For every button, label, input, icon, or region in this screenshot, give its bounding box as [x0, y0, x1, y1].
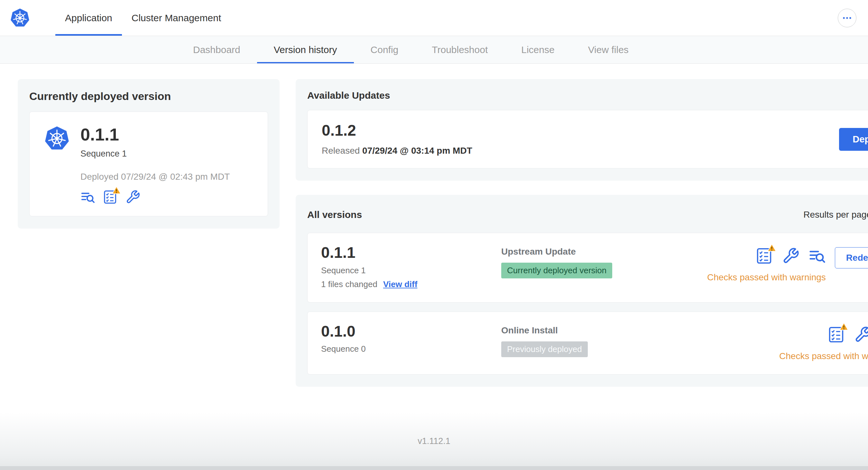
deploy-logs-icon[interactable]: [808, 247, 826, 265]
top-nav: Application Cluster Management: [55, 0, 231, 36]
released-date: 07/29/24 @ 03:14 pm MDT: [362, 146, 472, 156]
kubernetes-logo: [10, 0, 30, 36]
row-sequence: Sequence 0: [321, 344, 501, 354]
row-version-number: 0.1.0: [321, 324, 501, 339]
current-version-actions: [81, 190, 253, 204]
tab-version-history[interactable]: Version history: [257, 36, 354, 63]
tab-config[interactable]: Config: [354, 36, 415, 63]
checks-status-text: Checks passed with warnings: [779, 351, 868, 361]
nav-application[interactable]: Application: [55, 0, 122, 36]
deploy-logs-icon[interactable]: [81, 190, 95, 204]
config-wrench-icon[interactable]: [782, 247, 800, 265]
version-row: 0.1.0 Sequence 0 Online Install Previous…: [307, 311, 868, 374]
files-changed-label: 1 files changed: [321, 279, 377, 289]
row-sequence: Sequence 1: [321, 266, 501, 275]
current-version-sequence: Sequence 1: [81, 149, 127, 159]
page-footer: v1.112.1: [0, 412, 868, 470]
warning-triangle-icon: [767, 243, 776, 253]
currently-deployed-title: Currently deployed version: [29, 90, 268, 103]
kubernetes-app-icon: [44, 125, 70, 153]
tab-troubleshoot[interactable]: Troubleshoot: [415, 36, 504, 63]
tab-dashboard[interactable]: Dashboard: [176, 36, 257, 63]
update-released-date: Released 07/29/24 @ 03:14 pm MDT: [322, 146, 472, 156]
row-version-number: 0.1.1: [321, 245, 501, 261]
all-versions-card: All versions Results per page: 20 0.1.1 …: [296, 195, 868, 387]
results-per-page: Results per page: 20: [803, 206, 868, 224]
preflight-checks-warning-icon[interactable]: [828, 326, 845, 343]
currently-deployed-card: Currently deployed version 0.1.1 Sequenc…: [18, 79, 280, 229]
deploy-button[interactable]: Deploy: [839, 128, 868, 151]
warning-triangle-icon: [112, 186, 121, 195]
status-badge: Previously deployed: [501, 341, 588, 357]
available-update-row: 0.1.2 Released 07/29/24 @ 03:14 pm MDT D…: [307, 110, 868, 168]
checks-status-text: Checks passed with warnings: [707, 272, 826, 282]
app-subnav: Dashboard Version history Config Trouble…: [0, 36, 868, 64]
results-per-page-label: Results per page:: [803, 210, 868, 220]
row-action-icons: [756, 247, 826, 265]
ellipsis-icon: [842, 12, 852, 24]
update-version-number: 0.1.2: [322, 123, 472, 139]
config-wrench-icon[interactable]: [854, 326, 868, 343]
bottom-strip: [0, 466, 868, 470]
left-column: Currently deployed version 0.1.1 Sequenc…: [18, 79, 280, 229]
right-column: Available Updates 0.1.2 Released 07/29/2…: [296, 79, 868, 387]
top-header: Application Cluster Management: [0, 0, 868, 36]
more-options-button[interactable]: [838, 9, 857, 27]
row-source-label: Upstream Update: [501, 246, 707, 257]
preflight-checks-warning-icon[interactable]: [103, 190, 118, 204]
status-badge: Currently deployed version: [501, 263, 612, 278]
all-versions-title: All versions: [307, 209, 362, 220]
redeploy-button[interactable]: Redeploy: [835, 247, 868, 268]
released-prefix: Released: [322, 146, 360, 156]
main-content: Currently deployed version 0.1.1 Sequenc…: [0, 64, 868, 387]
config-wrench-icon[interactable]: [125, 190, 140, 204]
console-version: v1.112.1: [417, 436, 451, 446]
currently-deployed-version-card: 0.1.1 Sequence 1 Deployed 07/29/24 @ 02:…: [29, 111, 268, 216]
current-version-number: 0.1.1: [81, 125, 127, 144]
row-source-label: Online Install: [501, 325, 707, 336]
nav-cluster-management[interactable]: Cluster Management: [122, 0, 231, 36]
tab-view-files[interactable]: View files: [571, 36, 645, 63]
view-diff-link[interactable]: View diff: [383, 279, 417, 289]
preflight-checks-warning-icon[interactable]: [756, 247, 773, 265]
available-updates-card: Available Updates 0.1.2 Released 07/29/2…: [296, 79, 868, 181]
current-version-deployed-date: Deployed 07/29/24 @ 02:43 pm MDT: [81, 172, 253, 182]
row-action-icons: [828, 326, 868, 343]
version-row: 0.1.1 Sequence 1 1 files changed View di…: [307, 233, 868, 302]
available-updates-title: Available Updates: [307, 90, 868, 101]
tab-license[interactable]: License: [504, 36, 571, 63]
warning-triangle-icon: [839, 322, 848, 331]
